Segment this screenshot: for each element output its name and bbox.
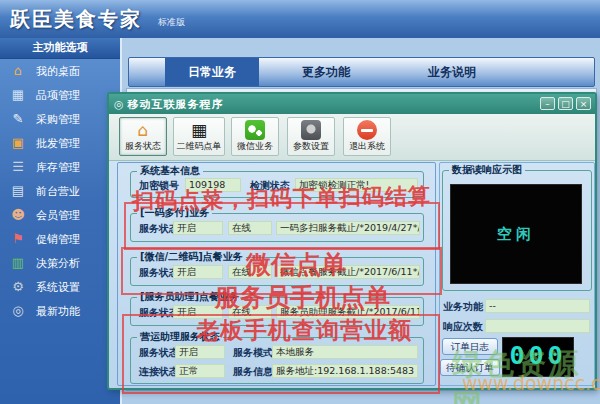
- service-info-field: 服务员助理服务截止/*2017/6/11*/: [276, 305, 420, 319]
- shopping-cart-icon: ▤: [10, 183, 26, 199]
- tab-business-help[interactable]: 业务说明: [405, 58, 499, 86]
- group-title: 系统基本信息: [137, 166, 203, 176]
- sidebar-item-analysis[interactable]: ▥ 决策分析: [0, 251, 120, 275]
- app-titlebar: 跃臣美食专家 标准版: [0, 0, 600, 38]
- response-count-field: [485, 319, 590, 333]
- dialog-toolbar: ⌂ 服务状态 ▦ 二维码点单 微信业务 参数设置 退出系统: [109, 114, 595, 161]
- connection-status-label: 连接状态: [139, 365, 179, 379]
- service-mode-label: 服务模式: [233, 346, 273, 360]
- response-count-label: 响应次数: [443, 320, 483, 334]
- business-function-field: --: [485, 299, 590, 313]
- toolbar-button-label: 二维码点单: [177, 140, 222, 153]
- sidebar-item-label: 最新功能: [36, 304, 80, 319]
- status-field: 开启: [175, 345, 225, 359]
- check-status-label: 检测状态: [250, 179, 290, 193]
- sidebar-item-purchase-mgmt[interactable]: ✎ 采购管理: [0, 107, 120, 131]
- wechat-business-button[interactable]: 微信业务: [231, 117, 279, 156]
- toolbar-button-label: 参数设置: [293, 140, 329, 153]
- sidebar-item-label: 采购管理: [36, 112, 80, 127]
- sidebar-header: 主功能选项: [0, 38, 120, 59]
- app-title: 跃臣美食专家: [10, 6, 142, 33]
- service-info-field: 一码多扫服务截止/*2019/4/27*/: [276, 221, 420, 235]
- minimize-button[interactable]: –: [540, 97, 555, 110]
- service-mode-field: 本地服务: [272, 345, 418, 359]
- sidebar-item-frontdesk[interactable]: ▤ 前台营业: [0, 179, 120, 203]
- sidebar-item-label: 促销管理: [36, 232, 80, 247]
- group-title: 数据读响应示图: [449, 165, 525, 175]
- app-edition-badge: 标准版: [158, 16, 185, 29]
- sidebar-item-wholesale-mgmt[interactable]: ▣ 批发管理: [0, 131, 120, 155]
- sidebar-item-label: 前台营业: [36, 184, 80, 199]
- service-info-field: 微信点餐服务截止/*2017/6/11*/: [276, 265, 420, 279]
- online-field: 在线: [228, 221, 272, 235]
- member-icon: ☻: [10, 207, 26, 223]
- online-field: 在线: [228, 265, 272, 279]
- tabbar: 日常业务 更多功能 业务说明: [128, 57, 595, 87]
- group-title: [服务员助理]点餐业务: [137, 292, 242, 302]
- tab-daily-business[interactable]: 日常业务: [165, 58, 259, 86]
- toolbar-button-label: 服务状态: [125, 140, 161, 153]
- service-status-button[interactable]: ⌂ 服务状态: [119, 117, 167, 156]
- gear-icon: [301, 120, 321, 140]
- exit-icon: [357, 120, 377, 140]
- computer-icon: ⚙: [10, 279, 26, 295]
- connection-status-field: 正常: [175, 364, 225, 378]
- idle-status-text: 空闲: [497, 225, 535, 244]
- status-field: 开启: [173, 305, 223, 319]
- sidebar: 主功能选项 ⌂ 我的桌面 ▦ 品项管理 ✎ 采购管理 ▣ 批发管理 ☰ 库存管理…: [0, 38, 122, 404]
- maximize-button[interactable]: □: [558, 97, 573, 110]
- home-icon: ⌂: [10, 63, 26, 79]
- qrcode-icon: ▦: [191, 120, 207, 140]
- lock-number-label: 加密锁号: [139, 179, 179, 193]
- sidebar-item-label: 库存管理: [36, 160, 80, 175]
- qrcode-order-button[interactable]: ▦ 二维码点单: [173, 117, 225, 156]
- business-function-label: 业务功能: [443, 300, 483, 314]
- sidebar-item-label: 系统设置: [36, 280, 80, 295]
- sidebar-item-promotion-mgmt[interactable]: ⚑ 促销管理: [0, 227, 120, 251]
- service-status-label: 服务状态: [139, 346, 179, 360]
- exit-system-button[interactable]: 退出系统: [343, 117, 391, 156]
- lock-number-field: 109198: [185, 178, 241, 192]
- database-icon: ☰: [10, 159, 26, 175]
- dialog-title: 移动互联服务程序: [128, 97, 224, 112]
- sidebar-item-inventory-mgmt[interactable]: ☰ 库存管理: [0, 155, 120, 179]
- application-window: 跃臣美食专家 标准版 主功能选项 ⌂ 我的桌面 ▦ 品项管理 ✎ 采购管理 ▣ …: [0, 0, 600, 404]
- truck-icon: ▣: [10, 135, 26, 151]
- mobile-service-dialog: ◎ 移动互联服务程序 – □ × ⌂ 服务状态 ▦ 二维码点单 微信业务: [107, 92, 597, 390]
- promotion-map-icon: ⚑: [10, 231, 26, 247]
- toolbar-button-label: 微信业务: [237, 140, 273, 153]
- group-title: 营运助理服务状态: [137, 332, 223, 342]
- online-field: 在线: [228, 305, 272, 319]
- pending-orders-button[interactable]: 待确认订单: [440, 359, 500, 376]
- dialog-app-icon: ◎: [114, 98, 124, 111]
- sidebar-item-label: 我的桌面: [36, 64, 80, 79]
- document-pencil-icon: ✎: [10, 111, 26, 127]
- bar-chart-icon: ▥: [10, 255, 26, 271]
- service-address-field: 服务地址:192.168.1.188:5483: [272, 364, 418, 378]
- monitor-screen: 空闲: [450, 184, 582, 284]
- tab-more-functions[interactable]: 更多功能: [279, 58, 373, 86]
- sidebar-item-label: 品项管理: [36, 88, 80, 103]
- sidebar-item-member-mgmt[interactable]: ☻ 会员管理: [0, 203, 120, 227]
- status-field: 开启: [173, 221, 223, 235]
- sidebar-item-label: 批发管理: [36, 136, 80, 151]
- sidebar-item-system-settings[interactable]: ⚙ 系统设置: [0, 275, 120, 299]
- close-icon[interactable]: ×: [576, 97, 591, 110]
- settings-button[interactable]: 参数设置: [287, 117, 335, 156]
- group-title: [一码多付]业务: [137, 208, 212, 218]
- sidebar-item-label: 决策分析: [36, 256, 80, 271]
- group-title: [微信/二维码]点餐业务: [137, 252, 246, 262]
- check-status-field: 加密锁检测正常!: [295, 178, 418, 192]
- dialog-titlebar[interactable]: ◎ 移动互联服务程序 – □ ×: [109, 94, 595, 114]
- pending-order-count-led: 000: [502, 337, 574, 377]
- grid-plus-icon: ▦: [10, 87, 26, 103]
- sidebar-item-label: 会员管理: [36, 208, 80, 223]
- sidebar-item-items-mgmt[interactable]: ▦ 品项管理: [0, 83, 120, 107]
- doc-magnifier-icon: ◎: [10, 303, 26, 319]
- toolbar-button-label: 退出系统: [349, 140, 385, 153]
- sidebar-item-new-features[interactable]: ◎ 最新功能: [0, 299, 120, 323]
- status-field: 开启: [173, 265, 223, 279]
- wechat-icon: [245, 120, 265, 140]
- order-log-button[interactable]: 订单日志: [442, 338, 498, 355]
- sidebar-item-my-desktop[interactable]: ⌂ 我的桌面: [0, 59, 120, 83]
